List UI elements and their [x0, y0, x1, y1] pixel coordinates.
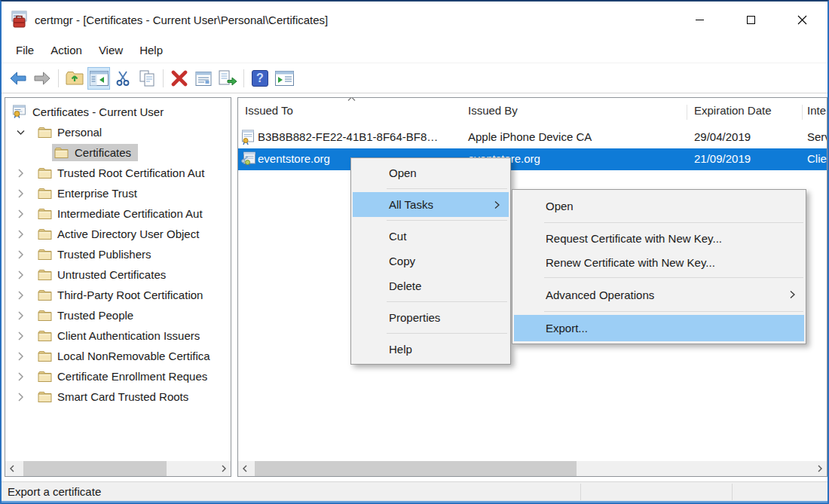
submenu-arrow-icon: [494, 200, 500, 209]
tree-item-cert-enrollment-requests[interactable]: Certificate Enrollment Reques: [5, 366, 231, 386]
maximize-button[interactable]: [725, 2, 776, 38]
chevron-right-icon[interactable]: [16, 270, 25, 279]
minimize-button[interactable]: [674, 2, 725, 38]
context-menu: Open All Tasks Cut Copy Delete Propertie…: [350, 157, 511, 365]
forward-button[interactable]: [31, 67, 54, 90]
cut-button[interactable]: [112, 67, 134, 90]
scroll-right-arrow[interactable]: [217, 461, 231, 476]
scroll-right-arrow[interactable]: [813, 461, 827, 476]
submenu-request-certificate[interactable]: Request Certificate with New Key...: [514, 226, 804, 250]
forward-icon: [33, 71, 51, 86]
context-menu-delete[interactable]: Delete: [353, 273, 509, 298]
scrollbar-thumb[interactable]: [255, 461, 577, 476]
back-button[interactable]: [7, 67, 29, 90]
chevron-right-icon[interactable]: [16, 352, 25, 361]
console-tree-icon: [90, 71, 109, 86]
tree-item-trusted-publishers[interactable]: Trusted Publishers: [5, 244, 231, 264]
tree-item-label: Third-Party Root Certification: [57, 289, 203, 301]
show-hide-console-tree-button[interactable]: [87, 67, 110, 90]
certificate-row[interactable]: B3B8B882-FE22-41B1-8F64-BF8… Apple iPhon…: [238, 127, 827, 148]
context-menu-help[interactable]: Help: [353, 337, 509, 362]
certificate-row-selected[interactable]: eventstore.org eventstore.org 21/09/2019…: [238, 148, 827, 170]
close-button[interactable]: [776, 2, 827, 38]
scroll-left-arrow[interactable]: [5, 461, 19, 476]
submenu-export[interactable]: Export...: [514, 315, 804, 341]
column-divider[interactable]: [687, 105, 687, 120]
chevron-right-icon[interactable]: [16, 209, 25, 218]
chevron-right-icon[interactable]: [16, 291, 25, 300]
chevron-right-icon[interactable]: [16, 189, 25, 198]
menu-item-label: All Tasks: [389, 198, 433, 211]
tree-item-smart-card-trusted-roots[interactable]: Smart Card Trusted Roots: [5, 386, 231, 407]
tree-item-active-directory[interactable]: Active Directory User Object: [5, 224, 231, 244]
context-menu-open[interactable]: Open: [353, 160, 509, 185]
chevron-right-icon[interactable]: [16, 393, 25, 402]
submenu-advanced-operations[interactable]: Advanced Operations: [514, 281, 804, 308]
column-divider[interactable]: [802, 105, 803, 120]
tree-item-enterprise-trust[interactable]: Enterprise Trust: [5, 183, 231, 203]
chevron-right-icon[interactable]: [16, 331, 25, 341]
context-menu-properties[interactable]: Properties: [353, 305, 509, 330]
menu-help[interactable]: Help: [131, 38, 171, 63]
menu-item-label: Help: [389, 343, 412, 356]
column-header-expiration-date[interactable]: Expiration Date: [694, 104, 772, 117]
export-list-icon: [218, 70, 237, 87]
help-icon: ?: [252, 70, 268, 87]
tree-item-certificates[interactable]: Certificates: [5, 142, 231, 163]
tree-item-label: Client Authentication Issuers: [57, 329, 200, 342]
new-window-icon: [275, 71, 294, 86]
chevron-down-icon[interactable]: [16, 130, 25, 136]
list-header: Issued To Issued By Expiration Date Inte: [238, 100, 827, 123]
context-menu-all-tasks[interactable]: All Tasks: [353, 192, 509, 217]
export-list-button[interactable]: [216, 67, 239, 90]
cell-issued-to: B3B8B882-FE22-41B1-8F64-BF8…: [258, 130, 438, 143]
column-header-intended-purposes[interactable]: Inte: [807, 104, 826, 117]
new-window-button[interactable]: [273, 67, 295, 90]
chevron-right-icon[interactable]: [16, 311, 25, 320]
window-bottom-edge: [2, 501, 827, 504]
all-tasks-submenu: Open Request Certificate with New Key...…: [512, 189, 806, 344]
tree-item-client-auth-issuers[interactable]: Client Authentication Issuers: [5, 325, 231, 346]
tree-item-personal[interactable]: Personal: [5, 122, 231, 142]
copy-button[interactable]: [136, 67, 158, 90]
folder-icon: [38, 350, 52, 362]
tree-item-third-party-root[interactable]: Third-Party Root Certification: [5, 285, 231, 305]
chevron-right-icon[interactable]: [16, 250, 25, 259]
submenu-open[interactable]: Open: [514, 192, 804, 219]
menu-separator: [512, 274, 806, 281]
chevron-right-icon[interactable]: [16, 372, 25, 381]
tree-item-untrusted-certificates[interactable]: Untrusted Certificates: [5, 264, 231, 285]
properties-button[interactable]: [192, 67, 215, 90]
list-horizontal-scrollbar[interactable]: [238, 461, 827, 476]
menu-separator: [512, 308, 806, 315]
submenu-renew-certificate[interactable]: Renew Certificate with New Key...: [514, 250, 804, 274]
tree-item-certificates-current-user[interactable]: Certificates - Current User: [5, 102, 231, 122]
chevron-right-icon[interactable]: [16, 230, 25, 239]
tree-horizontal-scrollbar[interactable]: [5, 461, 231, 476]
help-button[interactable]: ?: [249, 67, 271, 90]
column-header-issued-by[interactable]: Issued By: [468, 104, 518, 117]
context-menu-cut[interactable]: Cut: [353, 224, 509, 249]
context-menu-copy[interactable]: Copy: [353, 249, 509, 273]
scroll-left-arrow[interactable]: [238, 461, 252, 476]
tree-item-trusted-root[interactable]: Trusted Root Certification Aut: [5, 163, 231, 183]
minimize-icon: [696, 20, 704, 20]
tree-item-trusted-people[interactable]: Trusted People: [5, 305, 231, 325]
delete-button[interactable]: [168, 67, 191, 90]
menu-file[interactable]: File: [8, 38, 42, 63]
tree-item-label: Certificate Enrollment Reques: [57, 370, 207, 383]
menu-action[interactable]: Action: [42, 38, 90, 63]
scrollbar-thumb[interactable]: [23, 461, 167, 476]
up-one-level-button[interactable]: [63, 67, 86, 90]
chevron-right-icon[interactable]: [16, 169, 25, 178]
menu-view[interactable]: View: [90, 38, 131, 63]
menu-item-label: Properties: [389, 311, 440, 324]
menu-bar: File Action View Help: [2, 38, 827, 63]
column-header-issued-to[interactable]: Issued To: [245, 104, 293, 117]
tree-item-intermediate[interactable]: Intermediate Certification Aut: [5, 203, 231, 224]
submenu-arrow-icon: [790, 290, 795, 299]
tree-item-local-nonremovable[interactable]: Local NonRemovable Certifica: [5, 346, 231, 366]
console-tree-pane: Certificates - Current User Personal Cer…: [5, 97, 231, 477]
tree-item-label: Local NonRemovable Certifica: [57, 350, 210, 362]
folder-icon: [38, 249, 52, 261]
